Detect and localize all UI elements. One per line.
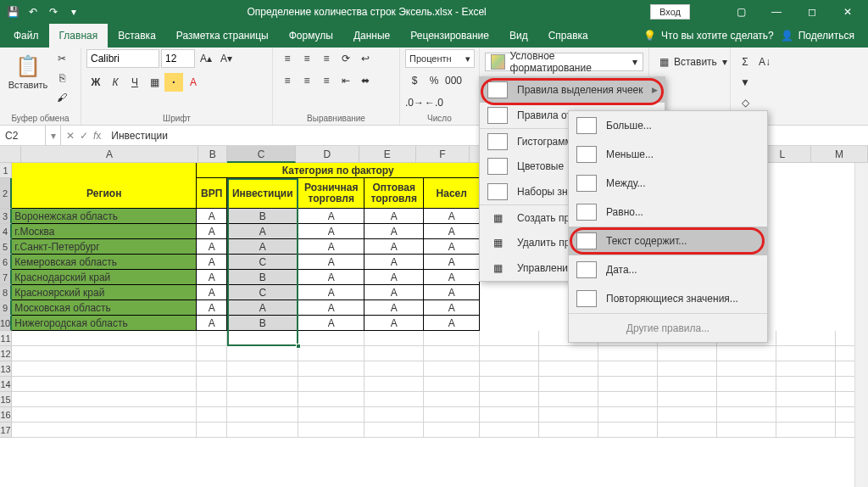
cell[interactable]: г.Санкт-Петербург [12,239,197,255]
tab-file[interactable]: Файл [3,24,49,48]
cell[interactable] [12,163,197,178]
cell[interactable]: A [298,316,364,331]
submenu-greater[interactable]: Больше... [569,111,767,140]
cell[interactable] [598,392,658,407]
cell[interactable] [424,407,480,423]
font-size-select[interactable] [161,49,195,68]
cell[interactable] [598,423,658,438]
tab-help[interactable]: Справка [538,24,598,48]
cell[interactable]: A [227,300,298,316]
cell[interactable]: A [298,209,364,224]
menu-highlight-rules[interactable]: Правила выделения ячеек▶ [480,77,665,103]
enter-formula-icon[interactable]: ✓ [80,130,88,142]
cell[interactable] [717,407,776,423]
cell[interactable]: Красноярский край [12,285,197,300]
tab-view[interactable]: Вид [499,24,538,48]
submenu-less[interactable]: Меньше... [569,140,767,169]
cell[interactable]: A [197,316,227,331]
tab-review[interactable]: Рецензирование [400,24,499,48]
cell[interactable]: A [424,239,480,255]
cell[interactable] [227,392,298,407]
cell[interactable] [480,407,539,423]
submenu-more-rules[interactable]: Другие правила... [569,313,767,342]
cell[interactable] [598,361,658,377]
cell[interactable] [598,407,658,423]
orientation-icon[interactable]: ⟳ [337,49,355,68]
underline-button[interactable]: Ч [125,73,144,92]
cell[interactable]: A [364,316,424,331]
cell[interactable]: B [227,316,298,331]
cell[interactable] [227,423,298,438]
fx-icon[interactable]: fx [93,130,101,142]
cell[interactable]: A [364,224,424,239]
minimize-icon[interactable]: — [760,0,793,24]
align-left-icon[interactable]: ≡ [278,71,297,90]
autosum-icon[interactable]: Σ [736,53,754,71]
col-header[interactable]: F [416,146,470,163]
row-header[interactable]: 4 [0,224,12,239]
cell[interactable] [658,346,717,361]
cell[interactable] [364,331,424,346]
cell[interactable] [539,407,598,423]
col-header[interactable]: M [811,146,868,163]
cell[interactable] [776,407,836,423]
cell[interactable] [539,392,598,407]
cell[interactable]: Московская область [12,300,197,316]
align-bottom-icon[interactable]: ≡ [317,49,336,68]
cut-icon[interactable]: ✂ [53,49,71,68]
cell[interactable]: A [364,300,424,316]
cell[interactable]: Инвестиции [227,178,298,209]
row-header[interactable]: 17 [0,423,12,438]
cell[interactable]: A [197,255,227,270]
cell[interactable] [480,392,539,407]
row-header[interactable]: 9 [0,300,12,316]
cell[interactable] [364,361,424,377]
cell[interactable]: Оптовая торговля [364,178,424,209]
cell[interactable] [298,331,364,346]
cell[interactable]: A [424,285,480,300]
cell[interactable]: A [364,209,424,224]
cell[interactable] [776,377,836,392]
cell[interactable] [598,377,658,392]
format-painter-icon[interactable]: 🖌 [53,88,71,107]
cell[interactable]: A [424,209,480,224]
copy-icon[interactable]: ⎘ [53,69,71,87]
cell[interactable]: C [227,255,298,270]
row-header[interactable]: 3 [0,209,12,224]
cell[interactable] [364,346,424,361]
cell[interactable] [424,361,480,377]
cell[interactable] [12,423,197,438]
cell[interactable] [298,392,364,407]
cell[interactable] [12,392,197,407]
cell[interactable]: A [197,224,227,239]
fill-icon[interactable]: ▼ [736,73,754,92]
submenu-equal[interactable]: Равно... [569,198,767,227]
cell[interactable] [539,423,598,438]
cell[interactable] [658,361,717,377]
selection-handle[interactable] [296,344,301,349]
submenu-between[interactable]: Между... [569,169,767,198]
cell[interactable]: A [364,239,424,255]
borders-button[interactable]: ▦ [145,73,164,92]
cell[interactable] [539,346,598,361]
cell[interactable] [298,361,364,377]
cell[interactable] [12,331,197,346]
cell[interactable]: Розничная торговля [298,178,364,209]
save-icon[interactable]: 💾 [3,3,22,21]
cell[interactable]: A [298,224,364,239]
cell[interactable] [480,346,539,361]
cell[interactable] [12,377,197,392]
col-header[interactable]: E [359,146,416,163]
submenu-text-contains[interactable]: Текст содержит... [569,227,767,255]
currency-icon[interactable]: $ [405,71,424,90]
dec-decimal-icon[interactable]: ←.0 [425,93,443,112]
cell[interactable] [197,361,227,377]
row-header[interactable]: 14 [0,377,12,392]
inc-decimal-icon[interactable]: .0→ [405,93,424,112]
cell[interactable] [658,407,717,423]
cell[interactable] [717,423,776,438]
row-header[interactable]: 16 [0,407,12,423]
font-name-select[interactable] [86,49,159,68]
row-header[interactable]: 6 [0,255,12,270]
cell[interactable]: Воронежская область [12,209,197,224]
